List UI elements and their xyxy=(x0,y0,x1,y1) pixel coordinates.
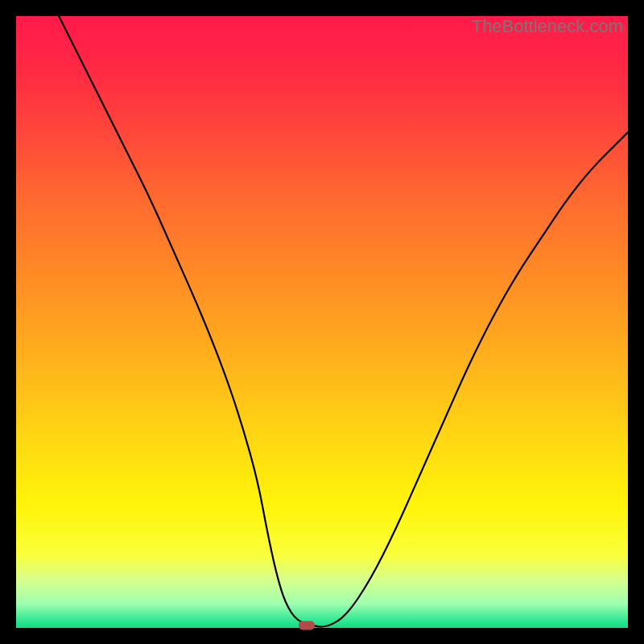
chart-frame: TheBottleneck.com xyxy=(0,0,644,644)
min-marker xyxy=(299,621,315,630)
curve-layer xyxy=(16,16,628,628)
plot-area: TheBottleneck.com xyxy=(16,16,628,628)
bottleneck-curve xyxy=(59,16,628,627)
